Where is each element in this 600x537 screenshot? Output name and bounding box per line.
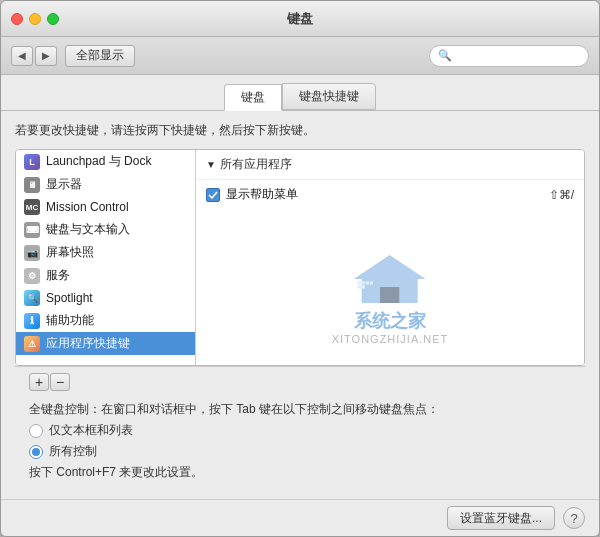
bluetooth-button[interactable]: 设置蓝牙键盘... <box>447 506 555 530</box>
display-icon: 🖥 <box>24 177 40 193</box>
checkbox-area: 显示帮助菜单 <box>206 186 298 203</box>
sidebar-item-spotlight[interactable]: 🔍 Spotlight <box>16 287 195 309</box>
sidebar-item-accessibility[interactable]: ℹ 辅助功能 <box>16 309 195 332</box>
sidebar-item-display[interactable]: 🖥 显示器 <box>16 173 195 196</box>
sidebar-item-launchpad[interactable]: L Launchpad 与 Dock <box>16 150 195 173</box>
fullkb-title: 全键盘控制：在窗口和对话框中，按下 Tab 键在以下控制之间移动键盘焦点： <box>29 401 571 418</box>
traffic-lights <box>11 13 59 25</box>
svg-rect-2 <box>358 281 361 284</box>
watermark: 系统之家 XITONGZHIJIA.NET <box>332 249 449 345</box>
mission-icon: MC <box>24 199 40 215</box>
shortcut-label: 显示帮助菜单 <box>226 186 298 203</box>
window-title: 键盘 <box>287 10 313 28</box>
panes: L Launchpad 与 Dock 🖥 显示器 MC Mission Cont… <box>15 149 585 366</box>
svg-rect-4 <box>358 285 361 288</box>
sidebar-item-keyboard[interactable]: ⌨ 键盘与文本输入 <box>16 218 195 241</box>
window: 键盘 ◀ ▶ 全部显示 🔍 键盘 键盘快捷键 若要更改快捷键，请连按两下快捷键，… <box>0 0 600 537</box>
nav-buttons: ◀ ▶ <box>11 46 57 66</box>
svg-rect-5 <box>362 285 365 288</box>
sidebar-label-launchpad: Launchpad 与 Dock <box>46 153 151 170</box>
sidebar-label-services: 服务 <box>46 267 70 284</box>
radio-all-option[interactable]: 所有控制 <box>29 443 571 460</box>
help-button[interactable]: ? <box>563 507 585 529</box>
radio-text-circle <box>29 424 43 438</box>
services-icon: ⚙ <box>24 268 40 284</box>
sidebar-label-display: 显示器 <box>46 176 82 193</box>
watermark-site-name: 系统之家 <box>354 309 426 333</box>
triangle-icon: ▼ <box>206 159 216 170</box>
show-all-button[interactable]: 全部显示 <box>65 45 135 67</box>
svg-rect-6 <box>366 281 369 284</box>
sidebar-label-screenshot: 屏幕快照 <box>46 244 94 261</box>
sidebar-label-spotlight: Spotlight <box>46 291 93 305</box>
main-content: 若要更改快捷键，请连按两下快捷键，然后按下新按键。 L Launchpad 与 … <box>1 111 599 499</box>
accessibility-icon: ℹ <box>24 313 40 329</box>
radio-all-dot <box>32 448 40 456</box>
shortcut-key: ⇧⌘/ <box>549 188 574 202</box>
fullkb-section: 全键盘控制：在窗口和对话框中，按下 Tab 键在以下控制之间移动键盘焦点： 仅文… <box>15 397 585 489</box>
sidebar-item-appshortcut[interactable]: ⚠ 应用程序快捷键 <box>16 332 195 355</box>
watermark-logo-svg <box>350 249 430 309</box>
sidebar-item-services[interactable]: ⚙ 服务 <box>16 264 195 287</box>
radio-all-label: 所有控制 <box>49 443 97 460</box>
sidebar-label-appshortcut: 应用程序快捷键 <box>46 335 130 352</box>
left-pane: L Launchpad 与 Dock 🖥 显示器 MC Mission Cont… <box>16 150 196 365</box>
plus-minus-bar: + − <box>15 366 585 397</box>
search-icon: 🔍 <box>438 49 452 62</box>
tab-shortcuts[interactable]: 键盘快捷键 <box>282 83 376 110</box>
watermark-url: XITONGZHIJIA.NET <box>332 333 449 345</box>
sidebar-label-mission: Mission Control <box>46 200 129 214</box>
appshortcut-icon: ⚠ <box>24 336 40 352</box>
sidebar-item-screenshot[interactable]: 📷 屏幕快照 <box>16 241 195 264</box>
sidebar-item-mission[interactable]: MC Mission Control <box>16 196 195 218</box>
sidebar-label-accessibility: 辅助功能 <box>46 312 94 329</box>
sidebar-label-keyboard: 键盘与文本输入 <box>46 221 130 238</box>
launchpad-icon: L <box>24 154 40 170</box>
forward-button[interactable]: ▶ <box>35 46 57 66</box>
radio-text-label: 仅文本框和列表 <box>49 422 133 439</box>
radio-text-option[interactable]: 仅文本框和列表 <box>29 422 571 439</box>
tab-keyboard[interactable]: 键盘 <box>224 84 282 111</box>
keyboard-icon: ⌨ <box>24 222 40 238</box>
svg-rect-3 <box>362 281 365 284</box>
title-bar: 键盘 <box>1 1 599 37</box>
group-label: 所有应用程序 <box>220 156 292 173</box>
svg-rect-1 <box>380 287 399 303</box>
right-pane: ▼ 所有应用程序 显示帮助菜单 ⇧⌘/ <box>196 150 584 365</box>
instruction-text: 若要更改快捷键，请连按两下快捷键，然后按下新按键。 <box>15 121 585 139</box>
tabs-bar: 键盘 键盘快捷键 <box>1 75 599 111</box>
radio-all-circle <box>29 445 43 459</box>
minimize-button[interactable] <box>29 13 41 25</box>
notice-text: 按下 Control+F7 来更改此设置。 <box>29 464 571 481</box>
toolbar: ◀ ▶ 全部显示 🔍 <box>1 37 599 75</box>
bottom-bar: 设置蓝牙键盘... ? <box>1 499 599 536</box>
close-button[interactable] <box>11 13 23 25</box>
group-header: ▼ 所有应用程序 <box>196 150 584 180</box>
maximize-button[interactable] <box>47 13 59 25</box>
shortcut-checkbox[interactable] <box>206 188 220 202</box>
back-button[interactable]: ◀ <box>11 46 33 66</box>
search-box[interactable]: 🔍 <box>429 45 589 67</box>
shortcut-row: 显示帮助菜单 ⇧⌘/ <box>196 180 584 209</box>
add-button[interactable]: + <box>29 373 49 391</box>
screenshot-icon: 📷 <box>24 245 40 261</box>
spotlight-icon: 🔍 <box>24 290 40 306</box>
svg-rect-7 <box>370 281 373 284</box>
remove-button[interactable]: − <box>50 373 70 391</box>
